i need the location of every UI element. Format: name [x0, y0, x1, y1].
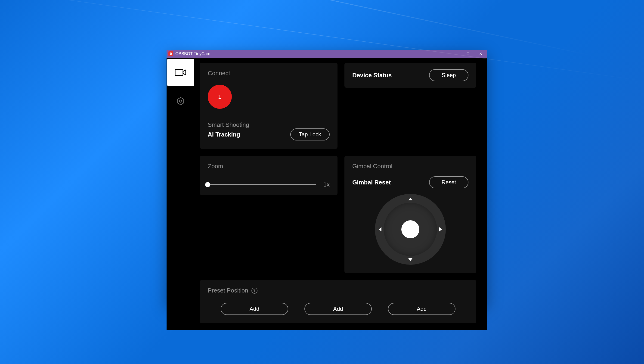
gimbal-reset-button[interactable]: Reset [429, 176, 468, 188]
window-title: OBSBOT TinyCam [175, 51, 210, 56]
gimbal-heading: Gimbal Control [352, 163, 468, 170]
minimize-button[interactable] [449, 50, 462, 58]
zoom-heading: Zoom [208, 163, 330, 170]
app-window: OBSBOT TinyCam [166, 50, 487, 304]
svg-rect-0 [170, 53, 172, 55]
help-icon[interactable]: ? [252, 288, 258, 294]
preset-add-button-2[interactable]: Add [304, 303, 372, 315]
preset-add-button-1[interactable]: Add [221, 303, 288, 315]
ai-tracking-label: AI Tracking [208, 131, 240, 138]
gimbal-joystick [375, 194, 446, 265]
device-status-label: Device Status [352, 72, 392, 79]
svg-rect-6 [175, 69, 183, 76]
app-icon [168, 51, 173, 56]
preset-add-button-3[interactable]: Add [388, 303, 456, 315]
zoom-panel: Zoom 1x [200, 156, 338, 195]
preset-panel: Preset Position ? Add Add Add [200, 280, 476, 323]
connect-heading: Connect [208, 70, 330, 77]
svg-rect-2 [454, 54, 456, 54]
preset-heading: Preset Position [208, 287, 248, 294]
gimbal-down-button[interactable] [408, 258, 412, 261]
close-button[interactable] [474, 50, 487, 58]
connect-panel: Connect 1 Smart Shooting AI Tracking Tap… [200, 63, 338, 149]
svg-marker-7 [178, 97, 184, 105]
tap-lock-button[interactable]: Tap Lock [290, 128, 330, 140]
sleep-button[interactable]: Sleep [429, 69, 468, 81]
zoom-value: 1x [320, 181, 330, 188]
svg-rect-3 [467, 53, 469, 55]
settings-tab[interactable] [167, 88, 194, 115]
gimbal-center-button[interactable] [401, 220, 420, 238]
svg-point-8 [180, 100, 182, 102]
sidebar [166, 58, 195, 330]
gimbal-left-button[interactable] [379, 227, 382, 231]
gimbal-panel: Gimbal Control Gimbal Reset Reset [344, 156, 476, 273]
gimbal-up-button[interactable] [408, 198, 412, 200]
gimbal-right-button[interactable] [439, 227, 442, 231]
device-status-panel: Device Status Sleep [344, 63, 476, 88]
titlebar[interactable]: OBSBOT TinyCam [166, 50, 487, 58]
zoom-slider[interactable] [208, 184, 316, 185]
camera-tab[interactable] [167, 59, 194, 86]
gimbal-reset-label: Gimbal Reset [352, 179, 391, 186]
zoom-slider-thumb[interactable] [205, 182, 210, 187]
maximize-button[interactable] [462, 50, 474, 58]
smart-shooting-heading: Smart Shooting [208, 121, 330, 128]
svg-rect-1 [170, 53, 171, 54]
device-badge-1[interactable]: 1 [208, 85, 232, 109]
